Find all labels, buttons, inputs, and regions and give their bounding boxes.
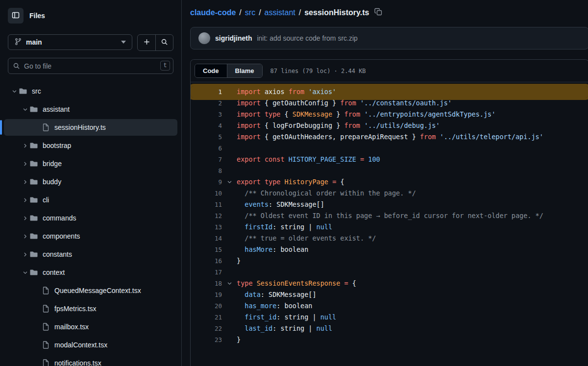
tree-file-modalContext.tsx[interactable]: modalContext.tsx bbox=[4, 337, 177, 353]
tree-folder-buddy[interactable]: buddy bbox=[4, 173, 177, 190]
folder-icon bbox=[29, 178, 38, 186]
tree-folder-components[interactable]: components bbox=[4, 228, 177, 244]
fold-spacer bbox=[222, 165, 237, 176]
latest-commit-bar[interactable]: sigridjineth init: add source code from … bbox=[190, 27, 588, 49]
line-number[interactable]: 9 bbox=[191, 176, 222, 188]
branch-selector[interactable]: main bbox=[8, 34, 132, 50]
code-line: 23} bbox=[191, 334, 588, 345]
line-number[interactable]: 20 bbox=[191, 300, 222, 312]
breadcrumb-separator: / bbox=[299, 8, 301, 17]
fold-chevron-icon[interactable] bbox=[222, 278, 237, 289]
folder-icon bbox=[29, 196, 38, 204]
code-text: data: SDKMessage[] bbox=[237, 289, 325, 300]
tree-search-button[interactable] bbox=[155, 35, 173, 50]
line-number[interactable]: 8 bbox=[191, 165, 222, 176]
line-number[interactable]: 5 bbox=[191, 131, 222, 143]
code-text: type SessionEventsResponse = { bbox=[237, 278, 365, 289]
avatar[interactable] bbox=[198, 32, 210, 44]
file-icon bbox=[41, 323, 50, 331]
line-number[interactable]: 11 bbox=[191, 199, 222, 210]
tree-file-sessionHistory.ts[interactable]: sessionHistory.ts bbox=[4, 119, 177, 136]
fold-spacer bbox=[222, 188, 237, 199]
chevron-down-icon bbox=[21, 270, 29, 275]
line-number[interactable]: 21 bbox=[191, 312, 222, 323]
tree-folder-bootstrap[interactable]: bootstrap bbox=[4, 137, 177, 154]
line-number[interactable]: 23 bbox=[191, 334, 222, 345]
breadcrumb-segment-src[interactable]: src bbox=[245, 8, 255, 17]
fold-chevron-icon[interactable] bbox=[222, 176, 237, 188]
tree-file-notifications.tsx[interactable]: notifications.tsx bbox=[4, 355, 177, 366]
tree-folder-commands[interactable]: commands bbox=[4, 210, 177, 226]
line-number[interactable]: 19 bbox=[191, 289, 222, 300]
plus-icon bbox=[143, 38, 150, 47]
line-number[interactable]: 16 bbox=[191, 255, 222, 267]
line-number[interactable]: 4 bbox=[191, 120, 222, 131]
fold-spacer bbox=[222, 267, 237, 278]
line-number[interactable]: 7 bbox=[191, 154, 222, 165]
copy-path-button[interactable] bbox=[374, 8, 382, 17]
goto-file-input[interactable] bbox=[8, 58, 173, 74]
code-text bbox=[237, 165, 245, 176]
line-number[interactable]: 17 bbox=[191, 267, 222, 278]
tree-folder-src[interactable]: src bbox=[4, 83, 177, 99]
fold-spacer bbox=[222, 86, 237, 98]
add-file-button[interactable] bbox=[138, 35, 155, 50]
tree-item-label: buddy bbox=[43, 178, 61, 186]
sidebar-toggle-button[interactable] bbox=[8, 8, 24, 24]
fold-spacer bbox=[222, 109, 237, 120]
commit-author[interactable]: sigridjineth bbox=[215, 34, 252, 42]
line-number[interactable]: 18 bbox=[191, 278, 222, 289]
code-text: /** true = older events exist. */ bbox=[237, 233, 385, 244]
tree-item-label: bootstrap bbox=[43, 142, 71, 149]
breadcrumb-segment-assistant[interactable]: assistant bbox=[265, 8, 295, 17]
fold-spacer bbox=[222, 154, 237, 165]
line-number[interactable]: 15 bbox=[191, 244, 222, 255]
code-line: 10 /** Chronological order within the pa… bbox=[191, 188, 588, 199]
fold-spacer bbox=[222, 289, 237, 300]
tree-folder-bridge[interactable]: bridge bbox=[4, 155, 177, 172]
fold-spacer bbox=[222, 199, 237, 210]
code-text: has_more: boolean bbox=[237, 300, 321, 312]
code-text: import { getOauthConfig } from '../const… bbox=[237, 98, 461, 109]
code-text: events: SDKMessage[] bbox=[237, 199, 333, 210]
line-number[interactable]: 6 bbox=[191, 143, 222, 154]
fold-spacer bbox=[222, 131, 237, 143]
breadcrumb-separator: / bbox=[239, 8, 241, 17]
tree-folder-assistant[interactable]: assistant bbox=[4, 101, 177, 118]
tree-actions bbox=[137, 34, 173, 51]
tree-folder-constants[interactable]: constants bbox=[4, 246, 177, 263]
fold-spacer bbox=[222, 312, 237, 323]
line-number[interactable]: 3 bbox=[191, 109, 222, 120]
tree-file-QueuedMessageContext.tsx[interactable]: QueuedMessageContext.tsx bbox=[4, 282, 177, 299]
tree-file-fpsMetrics.tsx[interactable]: fpsMetrics.tsx bbox=[4, 300, 177, 317]
code-line: 5import { getOAuthHeaders, prepareApiReq… bbox=[191, 131, 588, 143]
code-panel: Code Blame 87 lines (79 loc) · 2.44 KB 1… bbox=[190, 59, 588, 366]
line-number[interactable]: 22 bbox=[191, 323, 222, 334]
tree-folder-context[interactable]: context bbox=[4, 264, 177, 281]
keyboard-shortcut-badge: t bbox=[160, 61, 170, 71]
line-number[interactable]: 14 bbox=[191, 233, 222, 244]
tree-item-label: constants bbox=[43, 250, 72, 258]
line-number[interactable]: 13 bbox=[191, 221, 222, 233]
commit-message[interactable]: init: add source code from src.zip bbox=[257, 34, 357, 42]
fold-spacer bbox=[222, 143, 237, 154]
line-number[interactable]: 1 bbox=[191, 86, 222, 98]
breadcrumb-repo[interactable]: claude-code bbox=[190, 8, 236, 17]
tab-blame[interactable]: Blame bbox=[227, 64, 262, 77]
tree-file-mailbox.tsx[interactable]: mailbox.tsx bbox=[4, 318, 177, 335]
chevron-right-icon bbox=[21, 161, 29, 167]
line-number[interactable]: 10 bbox=[191, 188, 222, 199]
code-line: 18type SessionEventsResponse = { bbox=[191, 278, 588, 289]
copy-icon bbox=[374, 8, 382, 17]
code-line: 14 /** true = older events exist. */ bbox=[191, 233, 588, 244]
line-number[interactable]: 2 bbox=[191, 98, 222, 109]
tree-folder-cli[interactable]: cli bbox=[4, 192, 177, 208]
goto-file: t bbox=[8, 58, 173, 74]
code-line: 16} bbox=[191, 255, 588, 267]
tab-code[interactable]: Code bbox=[195, 64, 227, 77]
sidebar-title: Files bbox=[29, 12, 45, 20]
line-number[interactable]: 12 bbox=[191, 210, 222, 221]
fold-spacer bbox=[222, 120, 237, 131]
code-text: last_id: string | null bbox=[237, 323, 341, 334]
folder-icon bbox=[29, 142, 38, 149]
